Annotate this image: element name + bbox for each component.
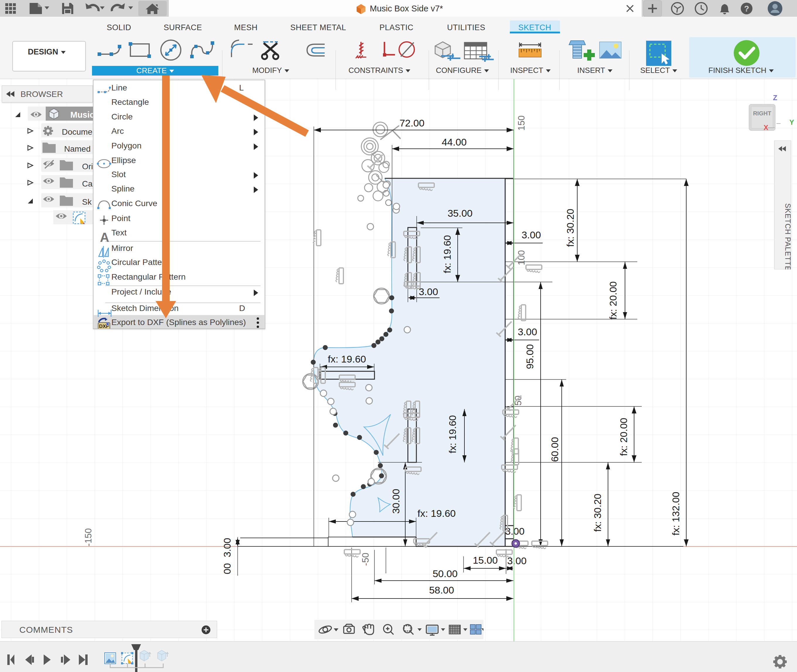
svg-text:72.00: 72.00 — [399, 117, 424, 128]
svg-text:Music Box Side v7*: Music Box Side v7* — [370, 4, 443, 13]
svg-text:Music: Music — [70, 110, 94, 120]
svg-text:Named: Named — [64, 144, 91, 154]
svg-text:SKETCH PALETTE: SKETCH PALETTE — [784, 203, 791, 269]
svg-text:fx: 19.60: fx: 19.60 — [447, 415, 458, 453]
svg-text:-150: -150 — [83, 528, 93, 546]
svg-text:3.00: 3.00 — [221, 538, 233, 557]
svg-text:fx: 30.20: fx: 30.20 — [592, 494, 603, 532]
svg-text:fx: 19.60: fx: 19.60 — [417, 508, 455, 519]
svg-text:X: X — [763, 123, 768, 131]
svg-text:RIGHT: RIGHT — [753, 110, 771, 117]
svg-text:95.00: 95.00 — [524, 344, 536, 369]
svg-text:3.00: 3.00 — [419, 286, 438, 297]
svg-text:Sk: Sk — [82, 197, 92, 206]
svg-text:fx: 20.00: fx: 20.00 — [618, 418, 629, 456]
svg-text:Y: Y — [789, 118, 794, 126]
svg-text:Docume: Docume — [62, 127, 92, 136]
svg-text:50.00: 50.00 — [433, 568, 457, 579]
svg-text:BROWSER: BROWSER — [21, 90, 63, 99]
svg-text:50: 50 — [513, 395, 523, 406]
svg-text:35.00: 35.00 — [447, 208, 472, 219]
svg-text:Ori: Ori — [82, 162, 93, 171]
svg-text:fx: 20.00: fx: 20.00 — [608, 282, 619, 320]
svg-text:3.00: 3.00 — [521, 229, 541, 240]
svg-text:fx: 30.20: fx: 30.20 — [564, 209, 576, 247]
svg-text:fx: 19.60: fx: 19.60 — [442, 235, 453, 273]
svg-text:fx: 19.60: fx: 19.60 — [328, 354, 366, 365]
svg-text:fx: 132.00: fx: 132.00 — [670, 492, 681, 535]
svg-text:Ca: Ca — [82, 179, 93, 188]
svg-text:?: ? — [744, 4, 749, 13]
svg-text:-50: -50 — [361, 553, 370, 566]
svg-text:15.00: 15.00 — [473, 555, 497, 566]
svg-text:150: 150 — [516, 115, 526, 131]
svg-text:30.00: 30.00 — [390, 489, 401, 514]
svg-text:A: A — [100, 230, 109, 245]
svg-text:00: 00 — [221, 563, 233, 574]
svg-text:3.00: 3.00 — [518, 326, 537, 337]
svg-text:58.00: 58.00 — [429, 584, 454, 595]
svg-text:Z: Z — [773, 94, 777, 102]
svg-text:60.00: 60.00 — [549, 437, 560, 462]
svg-text:44.00: 44.00 — [442, 136, 467, 147]
